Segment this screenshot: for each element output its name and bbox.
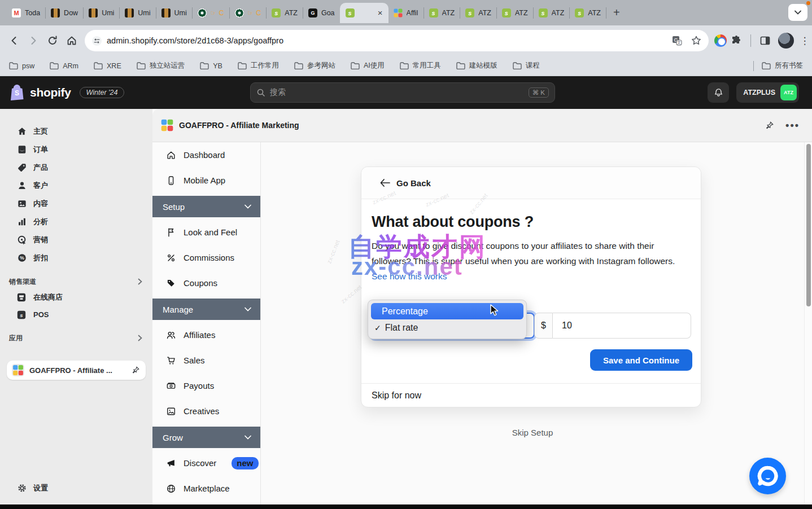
browser-tab[interactable]: sATZ <box>424 0 460 25</box>
all-bookmarks[interactable]: 所有书签 <box>762 61 803 71</box>
browser-tab[interactable]: sATZ <box>534 0 570 25</box>
browser-tab[interactable]: sATZ <box>497 0 533 25</box>
dropdown-option-percentage[interactable]: Percentage <box>371 303 523 319</box>
apps-section[interactable]: 应用 <box>0 331 152 345</box>
bookmark-folder[interactable]: ARm <box>50 62 78 70</box>
home-button[interactable] <box>62 31 81 50</box>
bookmark-folder[interactable]: psw <box>9 62 34 70</box>
global-search[interactable]: 搜索 ⌘ K <box>250 82 555 103</box>
go-back-button[interactable]: Go Back <box>361 167 701 199</box>
extensions-puzzle-icon[interactable] <box>727 31 746 50</box>
back-button[interactable] <box>5 31 24 50</box>
browser-tab[interactable]: sATZ <box>570 0 606 25</box>
translate-icon[interactable]: G文 <box>671 35 683 46</box>
mobile-phone-icon <box>166 175 176 186</box>
browser-tab[interactable]: sATZ <box>267 0 303 25</box>
sidebar-item-marketing[interactable]: 营销 <box>0 231 152 249</box>
app-nav-payouts[interactable]: Payouts <box>152 373 260 398</box>
discount-amount-input[interactable] <box>553 313 691 339</box>
bookmark-folder[interactable]: 工作常用 <box>238 61 279 71</box>
megaphone-icon <box>166 458 176 468</box>
bar-chart-icon <box>17 217 27 227</box>
site-settings-icon <box>91 36 102 46</box>
pin-icon[interactable] <box>765 121 774 130</box>
browser-tab-active[interactable]: s× <box>340 3 388 23</box>
sidebar-item-discounts[interactable]: %折扣 <box>0 249 152 267</box>
discount-type-dropdown: Percentage ✓Flat rate <box>368 300 527 339</box>
app-nav-section-grow[interactable]: Grow <box>152 427 260 448</box>
app-nav-look-and-feel[interactable]: Look and Feel <box>152 220 260 245</box>
sidebar-item-settings[interactable]: 设置 <box>0 479 152 497</box>
save-and-continue-button[interactable]: Save and Continue <box>590 349 692 371</box>
reload-button[interactable] <box>43 31 62 50</box>
browser-tab[interactable]: Dow <box>46 0 83 25</box>
sidebar-item-orders[interactable]: 订单 <box>0 141 152 159</box>
browser-menu-icon[interactable]: ⋮ <box>797 31 812 50</box>
side-panel-icon[interactable] <box>756 31 775 50</box>
browser-tab[interactable]: Umi <box>156 0 192 25</box>
dropdown-option-flat-rate[interactable]: ✓Flat rate <box>371 319 523 336</box>
bookmark-folder[interactable]: 常用工具 <box>400 61 441 71</box>
bookmark-folder[interactable]: 参考网站 <box>294 61 335 71</box>
browser-tab[interactable]: Umi <box>84 0 119 25</box>
browser-tab[interactable]: Affil <box>388 0 424 25</box>
book-icon <box>161 8 171 17</box>
notifications-button[interactable] <box>708 82 729 103</box>
new-tab-button[interactable]: + <box>606 6 627 19</box>
orders-icon <box>17 144 27 155</box>
browser-tab[interactable]: GGoa <box>303 0 340 25</box>
sidebar-item-analytics[interactable]: 分析 <box>0 213 152 231</box>
bookmark-folder[interactable]: YB <box>200 62 222 70</box>
sales-channels-section[interactable]: 销售渠道 <box>0 275 152 288</box>
bookmark-folder[interactable]: 独立站运营 <box>137 61 185 71</box>
shopify-icon: s <box>502 8 511 17</box>
bookmark-star-icon[interactable] <box>691 35 702 46</box>
sidebar-item-content[interactable]: 内容 <box>0 195 152 213</box>
tab-search-button[interactable] <box>788 4 807 21</box>
browser-tab[interactable]: Umi <box>120 0 155 25</box>
address-bar[interactable]: admin.shopify.com/store/2d1c68-3/apps/go… <box>85 30 709 51</box>
notification-dot <box>806 1 810 5</box>
app-nav-commissions[interactable]: Commissions <box>152 245 260 270</box>
app-nav-mobile-app[interactable]: Mobile App <box>152 168 260 193</box>
app-nav-affiliates[interactable]: Affiliates <box>152 322 260 348</box>
app-nav-coupons[interactable]: Coupons <box>152 270 260 296</box>
bookmark-folder[interactable]: 建站模版 <box>456 61 497 71</box>
sidebar-item-products[interactable]: 产品 <box>0 159 152 177</box>
app-nav-sales[interactable]: Sales <box>152 348 260 373</box>
chrome-extension-icon[interactable] <box>714 34 727 47</box>
bookmark-folder[interactable]: AI使用 <box>351 61 385 71</box>
bookmark-folder[interactable]: 课程 <box>513 61 540 71</box>
skip-for-now-button[interactable]: Skip for now <box>361 383 701 407</box>
skip-setup-link[interactable]: Skip Setup <box>261 428 804 437</box>
app-more-menu-icon[interactable]: ••• <box>785 120 800 131</box>
account-menu[interactable]: ATZPLUS ATZ <box>736 82 799 103</box>
close-tab-icon[interactable]: × <box>378 8 383 17</box>
app-nav-creatives[interactable]: Creatives <box>152 398 260 424</box>
pin-icon[interactable] <box>132 366 140 375</box>
profile-avatar[interactable] <box>778 33 794 49</box>
sidebar-item-customers[interactable]: 客户 <box>0 177 152 195</box>
browser-tab[interactable]: MToda <box>7 0 45 25</box>
globe-icon <box>166 484 176 494</box>
page-scrollbar[interactable] <box>804 142 812 505</box>
see-how-this-works-link[interactable]: See how this works <box>372 271 447 281</box>
bookmark-folder[interactable]: XRE <box>94 62 121 70</box>
browser-tab[interactable]: ☞ C <box>193 0 229 25</box>
sidebar-item-pos[interactable]: sPOS <box>0 306 152 323</box>
sidebar-item-home[interactable]: 主页 <box>0 122 152 141</box>
shopify-logo[interactable]: S shopify Winter '24 <box>9 84 124 102</box>
app-nav-marketplace[interactable]: Marketplace <box>152 476 260 501</box>
browser-tab[interactable]: ☞ C <box>230 0 267 25</box>
app-nav-discover[interactable]: Discovernew <box>152 450 260 476</box>
forward-button[interactable] <box>24 31 43 50</box>
sidebar-item-online-store[interactable]: 在线商店 <box>0 288 152 306</box>
app-nav-dashboard[interactable]: Dashboard <box>152 142 260 168</box>
scrollbar-thumb[interactable] <box>806 144 811 306</box>
app-nav-section-setup[interactable]: Setup <box>152 196 260 217</box>
chevron-right-icon <box>138 278 142 285</box>
chat-widget-button[interactable] <box>749 458 786 494</box>
sidebar-item-goaffpro-app[interactable]: GOAFFPRO - Affiliate ... <box>7 361 146 380</box>
browser-tab[interactable]: sATZ <box>460 0 496 25</box>
app-nav-section-manage[interactable]: Manage <box>152 299 260 320</box>
